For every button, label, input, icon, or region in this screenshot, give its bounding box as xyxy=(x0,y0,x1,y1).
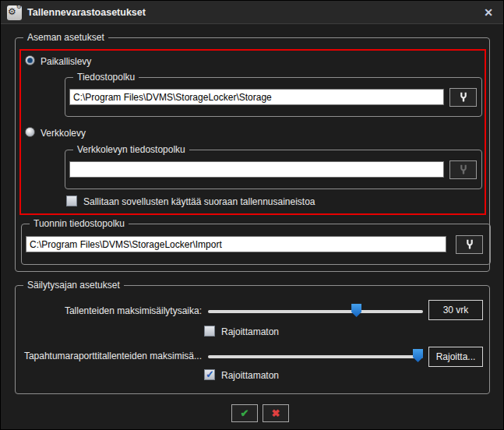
allow-direct-label: Sallitaan sovellusten käyttää suoraan ta… xyxy=(83,196,315,207)
import-path-browse-button[interactable] xyxy=(456,235,483,254)
local-disk-label: Paikallislevy xyxy=(41,56,91,67)
unlimited-label-2: Rajoittamaton xyxy=(221,370,279,381)
close-icon[interactable]: ✕ xyxy=(481,5,495,19)
event-report-retention-label: Tapahtumaraporttitallenteiden maksimisä.… xyxy=(23,351,202,361)
wrench-icon xyxy=(459,92,468,103)
unlimited-label-1: Rajoittamaton xyxy=(221,326,279,337)
event-report-retention-value[interactable]: Rajoitta... xyxy=(428,347,483,367)
retention-settings-legend: Säilytysajan asetukset xyxy=(23,280,124,291)
wrench-icon xyxy=(459,164,468,175)
wrench-icon xyxy=(465,239,474,250)
unlimited-checkbox-2[interactable]: ✓ xyxy=(204,369,215,380)
storage-settings-dialog: ⚙ ⚙ Tallennevarastoasetukset ✕ Aseman as… xyxy=(0,0,504,430)
slider-track[interactable] xyxy=(208,355,423,358)
network-path-browse-button[interactable] xyxy=(449,160,477,179)
station-settings-legend: Aseman asetukset xyxy=(23,32,108,43)
file-path-input[interactable] xyxy=(69,89,444,105)
file-path-browse-button[interactable] xyxy=(449,88,477,107)
network-path-legend: Verkkolevyn tiedostopolku xyxy=(73,144,189,155)
network-disk-radio[interactable] xyxy=(25,127,35,137)
unlimited-checkbox-1[interactable]: ✓ xyxy=(204,326,215,337)
max-retention-value[interactable]: 30 vrk xyxy=(428,300,483,320)
ok-button[interactable]: ✔ xyxy=(231,404,258,422)
max-retention-label: Tallenteiden maksimisäilytysaika: xyxy=(23,305,202,316)
network-disk-label: Verkkolevy xyxy=(41,128,86,139)
slider-track[interactable] xyxy=(208,310,423,313)
max-retention-slider[interactable] xyxy=(208,304,423,319)
cancel-button[interactable]: ✖ xyxy=(263,404,289,422)
event-report-slider[interactable] xyxy=(208,349,423,365)
allow-direct-checkbox[interactable]: ✓ xyxy=(66,196,77,206)
network-path-input[interactable] xyxy=(69,161,444,178)
title-bar: ⚙ ⚙ Tallennevarastoasetukset ✕ xyxy=(1,1,504,24)
file-path-legend: Tiedostopolku xyxy=(73,72,139,83)
import-path-legend: Tuonnin tiedostopolku xyxy=(30,218,129,229)
slider-thumb[interactable] xyxy=(413,349,423,362)
window-title: Tallennevarastoasetukset xyxy=(27,7,146,18)
gear-icon: ⚙ ⚙ xyxy=(7,5,22,20)
local-disk-radio[interactable] xyxy=(25,55,35,65)
slider-thumb[interactable] xyxy=(351,304,361,317)
import-path-input[interactable] xyxy=(26,236,446,252)
